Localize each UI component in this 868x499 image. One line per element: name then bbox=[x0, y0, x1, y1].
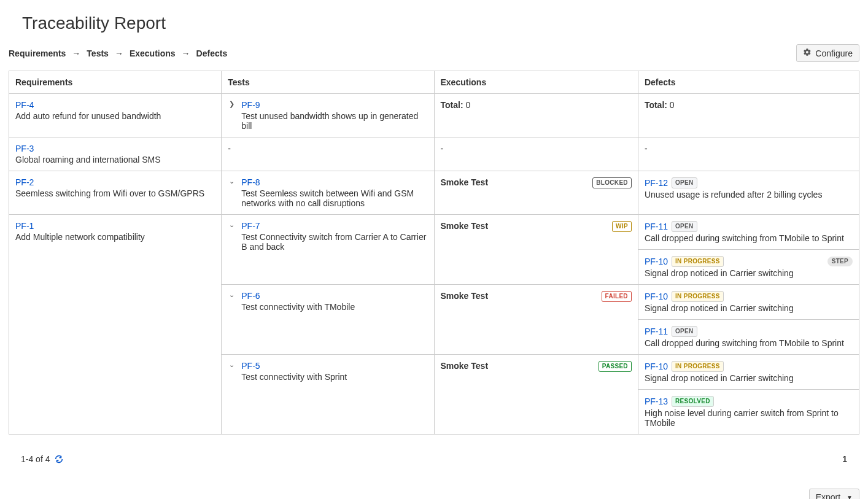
defect-status-badge: OPEN bbox=[672, 177, 697, 188]
arrow-right-icon: → bbox=[72, 48, 80, 58]
requirement-description: Seemless switching from Wifi over to GSM… bbox=[15, 188, 215, 198]
breadcrumb-item: Defects bbox=[196, 48, 228, 58]
test-description: Test Seemless switch between Wifi and GS… bbox=[241, 188, 427, 208]
defect-status-badge: OPEN bbox=[672, 221, 697, 232]
chevron-down-icon[interactable]: ⌄ bbox=[228, 291, 235, 299]
test-link[interactable]: PF-7 bbox=[241, 221, 260, 231]
configure-label: Configure bbox=[815, 48, 853, 58]
chevron-down-icon[interactable]: ⌄ bbox=[228, 361, 235, 369]
defect-status-badge: IN PROGRESS bbox=[672, 291, 724, 302]
empty-cell: - bbox=[435, 137, 638, 160]
execution-name: Smoke Test bbox=[441, 177, 489, 187]
table-row: PF-4Add auto refund for unused bandwidth… bbox=[9, 94, 859, 137]
defect-link[interactable]: PF-11 bbox=[645, 327, 668, 336]
defect-status-badge: RESOLVED bbox=[672, 396, 714, 407]
refresh-icon[interactable] bbox=[55, 455, 63, 463]
test-link[interactable]: PF-5 bbox=[241, 361, 260, 371]
col-tests: Tests bbox=[222, 71, 434, 94]
table-row: PF-3Global roaming and international SMS… bbox=[9, 137, 859, 171]
breadcrumb-item: Requirements bbox=[9, 48, 66, 58]
defect-link[interactable]: PF-10 bbox=[645, 362, 668, 371]
requirement-description: Add Multiple network compatibility bbox=[15, 232, 215, 242]
chevron-down-icon[interactable]: ⌄ bbox=[228, 221, 235, 229]
total-value: 0 bbox=[670, 100, 675, 110]
table-row: PF-2Seemless switching from Wifi over to… bbox=[9, 171, 859, 215]
test-description: Test Connectivity switch from Carrier A … bbox=[241, 232, 427, 252]
chevron-down-icon: ▼ bbox=[847, 494, 853, 500]
breadcrumb-item: Executions bbox=[130, 48, 176, 58]
execution-status-badge: WIP bbox=[612, 221, 632, 232]
requirement-link[interactable]: PF-1 bbox=[15, 221, 34, 231]
export-label: Export bbox=[816, 492, 840, 499]
arrow-right-icon: → bbox=[115, 48, 123, 58]
col-requirements: Requirements bbox=[9, 71, 222, 94]
defect-description: Call dropped during switching from TMobi… bbox=[645, 338, 853, 348]
requirement-description: Add auto refund for unused bandwidth bbox=[15, 111, 215, 121]
empty-cell: - bbox=[222, 137, 433, 160]
execution-status-badge: FAILED bbox=[602, 291, 632, 302]
table-row: PF-1Add Multiple network compatibility⌄P… bbox=[9, 215, 859, 285]
total-label: Total: bbox=[441, 100, 463, 110]
arrow-right-icon: → bbox=[182, 48, 190, 58]
test-link[interactable]: PF-9 bbox=[241, 100, 260, 110]
defect-status-badge: IN PROGRESS bbox=[672, 256, 724, 267]
defect-link[interactable]: PF-11 bbox=[645, 222, 668, 231]
total-label: Total: bbox=[645, 100, 667, 110]
breadcrumb-item: Tests bbox=[87, 48, 109, 58]
page-title: Traceability Report bbox=[22, 14, 859, 33]
requirement-link[interactable]: PF-4 bbox=[15, 100, 34, 110]
defect-status-badge: IN PROGRESS bbox=[672, 361, 724, 372]
export-button[interactable]: Export ▼ bbox=[809, 489, 859, 499]
test-description: Test connectivity with Sprint bbox=[241, 372, 427, 382]
defect-link[interactable]: PF-13 bbox=[645, 396, 668, 406]
traceability-table: Requirements Tests Executions Defects PF… bbox=[9, 71, 859, 435]
breadcrumb: Requirements→Tests→Executions→Defects bbox=[9, 48, 227, 58]
step-badge: STEP bbox=[827, 257, 853, 266]
defect-description: Unused usage is refunded after 2 billing… bbox=[645, 190, 853, 199]
pagination-range: 1-4 of 4 bbox=[21, 454, 50, 464]
defect-description: Signal drop noticed in Carrier switching bbox=[645, 268, 853, 278]
defect-link[interactable]: PF-12 bbox=[645, 178, 668, 188]
defect-description: Signal drop noticed in Carrier switching bbox=[645, 303, 853, 313]
col-executions: Executions bbox=[434, 71, 638, 94]
defect-description: Call dropped during switching from TMobi… bbox=[645, 233, 853, 243]
total-value: 0 bbox=[465, 100, 470, 110]
empty-cell: - bbox=[638, 137, 859, 160]
test-link[interactable]: PF-6 bbox=[241, 291, 260, 301]
configure-button[interactable]: Configure bbox=[796, 44, 859, 62]
requirement-link[interactable]: PF-2 bbox=[15, 177, 34, 187]
col-defects: Defects bbox=[638, 71, 859, 94]
defect-status-badge: OPEN bbox=[672, 326, 697, 337]
gear-icon bbox=[803, 48, 812, 58]
execution-name: Smoke Test bbox=[441, 291, 489, 301]
defect-link[interactable]: PF-10 bbox=[645, 257, 668, 266]
execution-name: Smoke Test bbox=[441, 361, 489, 371]
defect-link[interactable]: PF-10 bbox=[645, 292, 668, 301]
pagination-page[interactable]: 1 bbox=[842, 454, 847, 464]
execution-name: Smoke Test bbox=[441, 221, 489, 231]
chevron-right-icon[interactable]: ❯ bbox=[228, 100, 235, 108]
execution-status-badge: PASSED bbox=[599, 361, 632, 372]
test-description: Test unused bandwidth shows up in genera… bbox=[241, 111, 427, 131]
test-link[interactable]: PF-8 bbox=[241, 177, 260, 187]
defect-description: High noise level during carrier switch f… bbox=[645, 408, 853, 428]
chevron-down-icon[interactable]: ⌄ bbox=[228, 177, 235, 185]
requirement-description: Global roaming and international SMS bbox=[15, 155, 215, 164]
defect-description: Signal drop noticed in Carrier switching bbox=[645, 373, 853, 383]
execution-status-badge: BLOCKED bbox=[592, 177, 632, 188]
test-description: Test connectivity with TMobile bbox=[241, 302, 427, 312]
requirement-link[interactable]: PF-3 bbox=[15, 144, 34, 153]
